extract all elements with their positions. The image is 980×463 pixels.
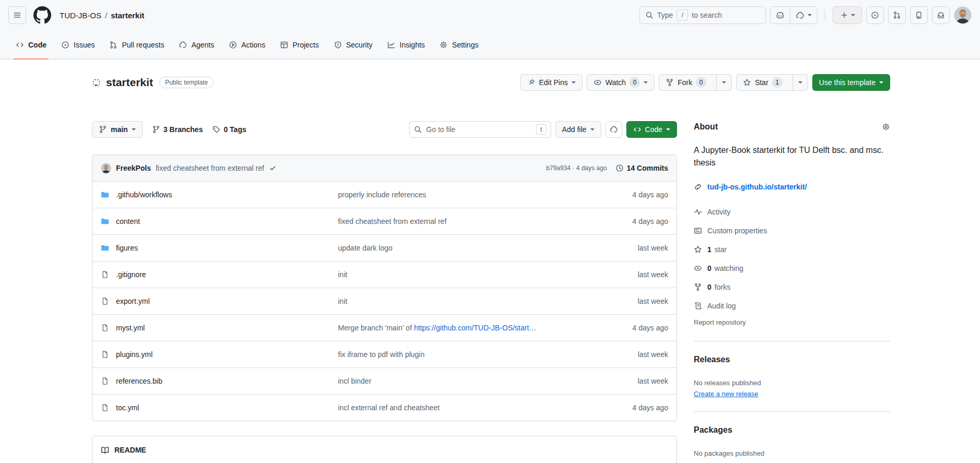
- file-commit-message[interactable]: init: [338, 297, 638, 305]
- github-logo[interactable]: [33, 6, 51, 24]
- file-name-cell[interactable]: plugins.yml: [101, 350, 338, 359]
- file-name[interactable]: content: [116, 217, 140, 225]
- codespaces-agent-button[interactable]: [605, 121, 622, 138]
- copilot-agents-dropdown[interactable]: [790, 7, 817, 23]
- edit-pins-button[interactable]: Edit Pins: [520, 74, 582, 91]
- file-name[interactable]: myst.yml: [116, 324, 145, 332]
- add-file-button[interactable]: Add file: [555, 121, 601, 138]
- tags-link[interactable]: 0 Tags: [212, 125, 246, 134]
- hamburger-menu-button[interactable]: [8, 6, 26, 24]
- file-commit-message[interactable]: fixed cheatsheet from external ref: [338, 217, 633, 225]
- fork-dropdown[interactable]: [716, 75, 731, 90]
- panel-button[interactable]: [910, 6, 928, 24]
- sidebar-divider: [694, 341, 890, 341]
- file-name[interactable]: .gitignore: [116, 270, 146, 279]
- use-this-template-button[interactable]: Use this template: [812, 74, 890, 91]
- caret-down-icon: [851, 14, 855, 16]
- about-stat-item-activity[interactable]: Activity: [694, 203, 890, 221]
- file-name-cell[interactable]: figures: [101, 244, 338, 252]
- about-stat-item-watching[interactable]: 0 watching: [694, 259, 890, 278]
- checks-passed-icon[interactable]: [269, 164, 276, 172]
- file-commit-message[interactable]: update dark logo: [338, 244, 638, 252]
- file-name[interactable]: toc.yml: [116, 403, 139, 412]
- create-new-button[interactable]: [833, 6, 862, 24]
- branches-link[interactable]: 3 Branches: [152, 125, 203, 134]
- commit-sha-time[interactable]: b79a934 · 4 days ago: [546, 164, 607, 172]
- stat-count: 1: [707, 245, 711, 254]
- go-to-file-input[interactable]: Go to file t: [409, 121, 551, 138]
- repo-website-link[interactable]: tud-jb-os.github.io/starterkit/: [707, 183, 807, 191]
- repo-nav-tab-insights[interactable]: Insights: [380, 30, 432, 59]
- edit-about-gear-icon[interactable]: [882, 123, 890, 131]
- create-release-link[interactable]: Create a new release: [694, 390, 759, 398]
- star-button[interactable]: Star 1: [737, 75, 789, 90]
- file-commit-date: last week: [638, 377, 668, 385]
- tab-label: Projects: [293, 41, 319, 49]
- repo-nav-tab-agents[interactable]: Agents: [171, 30, 221, 59]
- repo-nav-tab-issues[interactable]: Issues: [54, 30, 102, 59]
- file-name[interactable]: plugins.yml: [116, 350, 153, 359]
- file-commit-message[interactable]: properly include references: [338, 191, 633, 199]
- file-name[interactable]: .github/workflows: [116, 191, 172, 199]
- breadcrumb-owner[interactable]: TUD-JB-OS: [60, 11, 101, 20]
- file-commit-message[interactable]: init: [338, 270, 638, 279]
- tab-label: Issues: [74, 41, 95, 49]
- about-stat-item-custom-properties[interactable]: Custom properties: [694, 221, 890, 240]
- file-name-cell[interactable]: content: [101, 217, 338, 225]
- commit-author[interactable]: FreekPols: [116, 164, 151, 172]
- actions-icon: [229, 41, 237, 49]
- stat-label: star: [715, 245, 727, 254]
- global-search-input[interactable]: Type / to search: [639, 6, 766, 24]
- fork-button[interactable]: Fork 0: [659, 75, 713, 90]
- copilot-button[interactable]: [771, 7, 790, 23]
- releases-title[interactable]: Releases: [694, 355, 890, 364]
- repo-nav-tab-settings[interactable]: Settings: [432, 30, 486, 59]
- repo-nav-tab-projects[interactable]: Projects: [273, 30, 326, 59]
- file-commit-message[interactable]: Merge branch 'main' of https://github.co…: [338, 324, 633, 332]
- about-stat-item-forks[interactable]: 0 forks: [694, 278, 890, 296]
- file-name-cell[interactable]: export.yml: [101, 297, 338, 305]
- user-avatar[interactable]: [954, 6, 972, 24]
- report-repository-link[interactable]: Report repository: [694, 318, 890, 326]
- commit-message-link[interactable]: https://github.com/TUD-JB-OS/start…: [414, 324, 536, 332]
- repo-nav-tab-actions[interactable]: Actions: [221, 30, 273, 59]
- repo-nav-tab-security[interactable]: Security: [326, 30, 380, 59]
- file-name-cell[interactable]: toc.yml: [101, 403, 338, 412]
- stat-label: forks: [715, 283, 730, 291]
- app-header: TUD-JB-OS / starterkit Type / to search: [0, 0, 980, 30]
- file-commit-date: last week: [638, 297, 668, 305]
- code-dropdown-button[interactable]: Code: [626, 121, 677, 138]
- branch-selector-button[interactable]: main: [92, 121, 143, 138]
- repo-title[interactable]: starterkit: [106, 76, 153, 89]
- fork-icon: [666, 78, 674, 87]
- inbox-button[interactable]: [932, 6, 950, 24]
- breadcrumb-repo[interactable]: starterkit: [111, 11, 144, 20]
- commit-history-link[interactable]: 14 Commits: [615, 164, 668, 172]
- repo-nav-tab-code[interactable]: Code: [8, 30, 54, 59]
- file-commit-message[interactable]: fix iframe to pdf with plugin: [338, 350, 638, 359]
- inbox-icon: [937, 11, 945, 19]
- about-stat-item-star[interactable]: 1 star: [694, 240, 890, 259]
- file-name-cell[interactable]: myst.yml: [101, 324, 338, 332]
- file-row: figures update dark logo last week: [92, 234, 676, 261]
- file-name-cell[interactable]: .gitignore: [101, 270, 338, 279]
- repo-nav-tab-pull-requests[interactable]: Pull requests: [102, 30, 171, 59]
- projects-icon: [280, 41, 288, 49]
- watch-button[interactable]: Watch 0: [587, 74, 655, 91]
- your-issues-button[interactable]: [866, 6, 884, 24]
- search-icon: [414, 125, 422, 134]
- file-name[interactable]: figures: [116, 244, 138, 252]
- file-commit-message[interactable]: incl external ref and cheatsheet: [338, 403, 633, 412]
- your-pull-requests-button[interactable]: [888, 6, 906, 24]
- commit-message[interactable]: fixed cheatsheet from external ref: [156, 164, 264, 172]
- file-name[interactable]: export.yml: [116, 297, 150, 305]
- packages-title[interactable]: Packages: [694, 425, 890, 435]
- file-name[interactable]: references.bib: [116, 377, 162, 385]
- star-dropdown[interactable]: [792, 75, 808, 90]
- file-commit-message[interactable]: incl binder: [338, 377, 638, 385]
- commit-author-avatar[interactable]: [101, 163, 111, 173]
- about-stat-item-audit-log[interactable]: Audit log: [694, 296, 890, 315]
- file-name-cell[interactable]: references.bib: [101, 377, 338, 385]
- file-name-cell[interactable]: .github/workflows: [101, 191, 338, 199]
- readme-tab[interactable]: README: [101, 446, 668, 454]
